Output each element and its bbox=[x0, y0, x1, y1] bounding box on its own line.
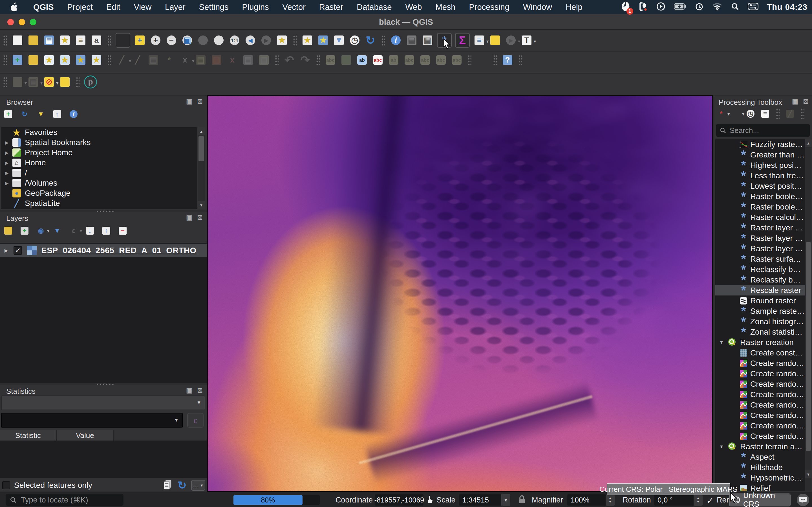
new-geopackage-layer-icon[interactable]: ★ bbox=[59, 54, 71, 66]
vertex-tool-icon[interactable]: x▼ bbox=[179, 54, 191, 66]
cut-features-icon[interactable]: x bbox=[226, 54, 239, 66]
add-selected-layer-icon[interactable]: + bbox=[3, 109, 13, 119]
statistics-float-icon[interactable]: ▣ bbox=[185, 386, 193, 394]
run-feature-action-icon[interactable]: ▤ bbox=[405, 34, 418, 47]
toolbox-algorithm-createconst[interactable]: Create const… bbox=[715, 348, 805, 358]
menu-item-window[interactable]: Window bbox=[516, 3, 559, 12]
expand-icon[interactable]: ▶ bbox=[5, 150, 8, 156]
browser-item-home[interactable]: ▶⌂Home bbox=[1, 158, 197, 168]
render-checkbox[interactable]: ✓ bbox=[707, 496, 714, 506]
capture-icon[interactable] bbox=[639, 2, 648, 12]
zoom-to-layer-icon[interactable] bbox=[213, 34, 225, 47]
control-center-icon[interactable] bbox=[748, 3, 758, 11]
collapse-all-layers-icon[interactable]: ↑ bbox=[101, 225, 112, 236]
toolbox-algorithm-reclassifyb[interactable]: *Reclassify b… bbox=[715, 264, 805, 275]
magnifier-spinbox[interactable]: 100% ▲▼ bbox=[567, 494, 615, 506]
browser-item-spatialite[interactable]: ╱SpatiaLite bbox=[1, 198, 197, 209]
toolbox-algorithm-rasterlayer[interactable]: *Raster layer … bbox=[715, 223, 805, 233]
browser-item-favorites[interactable]: ★Favorites bbox=[1, 127, 197, 137]
scale-select[interactable]: 1:34515 ▼ bbox=[459, 494, 510, 506]
browser-properties-icon[interactable]: i bbox=[68, 109, 79, 119]
pin-labels-icon[interactable]: ab bbox=[356, 54, 368, 66]
toolbox-algorithm-lowestposit[interactable]: *Lowest posit… bbox=[715, 181, 805, 191]
new-shapefile-layer-icon[interactable]: ★ bbox=[43, 54, 55, 66]
new-virtual-layer-icon[interactable]: ★ bbox=[90, 54, 103, 66]
toolbox-algorithm-lessthanfre[interactable]: *Less than fre… bbox=[715, 170, 805, 181]
collapse-icon[interactable]: ▼ bbox=[719, 340, 724, 345]
refresh-statistics-icon[interactable]: ↻ bbox=[177, 479, 187, 492]
rotation-spinbox[interactable]: 0,0 ° ▲▼ bbox=[654, 494, 703, 506]
toolbox-float-icon[interactable]: ▣ bbox=[791, 98, 799, 105]
new-3d-map-view-icon[interactable]: ★ bbox=[301, 34, 313, 47]
time-machine-icon[interactable] bbox=[695, 2, 704, 12]
copy-features-icon[interactable]: ▤ bbox=[242, 54, 254, 66]
refresh-map-icon[interactable]: ↻ bbox=[364, 34, 377, 47]
paste-features-icon[interactable]: ▤ bbox=[258, 54, 270, 66]
wifi-icon[interactable] bbox=[712, 3, 722, 11]
open-attribute-table-icon[interactable]: ▤▼ bbox=[27, 76, 40, 88]
toolbox-edit-inplace-icon[interactable]: ╱ bbox=[784, 108, 795, 119]
toolbox-python-icon[interactable]: ▼ bbox=[730, 108, 741, 119]
refresh-browser-icon[interactable]: ↻ bbox=[19, 109, 30, 119]
digitize-with-segment-icon[interactable]: * bbox=[163, 54, 175, 66]
play-icon[interactable] bbox=[656, 2, 665, 12]
add-group-icon[interactable]: + bbox=[19, 225, 30, 236]
toolbox-algorithm-aspect[interactable]: *Aspect bbox=[715, 452, 805, 462]
toolbox-algorithm-rasterboole[interactable]: *Raster boole… bbox=[715, 202, 805, 212]
filter-browser-icon[interactable]: ▼ bbox=[36, 109, 46, 119]
magnifier-spin-arrows[interactable]: ▲▼ bbox=[606, 494, 615, 506]
browser-item-volumes[interactable]: ▶/Volumes bbox=[1, 178, 197, 188]
map-canvas[interactable] bbox=[208, 96, 712, 491]
toolbox-options-icon[interactable]: / bbox=[809, 108, 812, 119]
browser-item-spatialbookmarks[interactable]: ▶Spatial Bookmarks bbox=[1, 137, 197, 148]
toolbox-algorithm-rasterlayer[interactable]: *Raster layer … bbox=[715, 233, 805, 243]
toolbox-algorithm-sampleraste[interactable]: *Sample raste… bbox=[715, 306, 805, 316]
show-spatial-bookmarks-icon[interactable]: ▼ bbox=[333, 34, 345, 47]
zoom-native-icon[interactable]: 1:1 bbox=[229, 34, 241, 47]
toolbox-models-icon[interactable]: *▼ bbox=[716, 108, 726, 119]
scale-dropdown-icon[interactable]: ▼ bbox=[501, 494, 510, 506]
new-spatialite-layer-icon[interactable]: ★ bbox=[74, 54, 87, 66]
toolbox-algorithm-createrando[interactable]: Create rando… bbox=[715, 431, 805, 441]
layer-name[interactable]: ESP_026404_2565_RED_A_01_ORTHO bbox=[41, 246, 196, 255]
toolbox-algorithm-zonalstatisti[interactable]: *Zonal statisti… bbox=[715, 327, 805, 337]
zoom-last-icon[interactable]: ◀ bbox=[244, 34, 257, 47]
menu-item-vector[interactable]: Vector bbox=[276, 3, 312, 12]
new-project-icon[interactable] bbox=[11, 34, 24, 47]
toolbox-algorithm-createrando[interactable]: Create rando… bbox=[715, 379, 805, 389]
save-layer-edits-icon[interactable]: ▤ bbox=[147, 54, 160, 66]
delete-selected-icon[interactable]: ▦ bbox=[210, 54, 223, 66]
browser-float-icon[interactable]: ▣ bbox=[185, 98, 193, 105]
select-by-location-icon[interactable] bbox=[59, 76, 71, 88]
undo-icon[interactable]: ↶ bbox=[283, 54, 296, 66]
expand-icon[interactable]: ▶ bbox=[5, 140, 8, 145]
expand-icon[interactable]: ▶ bbox=[5, 170, 8, 176]
statistics-field-select[interactable]: ▼ bbox=[1, 413, 183, 428]
toolbox-group-rasterterraina[interactable]: ▼Raster terrain a… bbox=[715, 441, 805, 452]
battery-icon[interactable] bbox=[674, 3, 686, 11]
menu-item-plugins[interactable]: Plugins bbox=[235, 3, 275, 12]
help-icon[interactable]: ? bbox=[501, 54, 514, 66]
zoom-to-selection-icon[interactable] bbox=[197, 34, 209, 47]
filter-legend-icon[interactable]: ▼ bbox=[52, 225, 63, 236]
layer-expand-icon[interactable]: ▶ bbox=[4, 248, 8, 253]
deselect-features-icon[interactable]: ⊘▼ bbox=[43, 76, 55, 88]
expand-icon[interactable]: ▶ bbox=[5, 160, 8, 166]
toolbox-algorithm-rescaleraster[interactable]: *Rescale raster bbox=[715, 285, 805, 295]
toolbox-algorithm-createrando[interactable]: Create rando… bbox=[715, 420, 805, 431]
zoom-next-icon[interactable]: ▶ bbox=[260, 34, 272, 47]
select-features-icon[interactable]: ▼ bbox=[11, 76, 24, 88]
layout-manager-icon[interactable]: ≡ bbox=[74, 34, 87, 47]
show-hide-labels-icon[interactable]: abc bbox=[403, 54, 416, 66]
toolbox-algorithm-zonalhistogr[interactable]: *Zonal histogr… bbox=[715, 316, 805, 327]
browser-scrollbar[interactable]: ▲▼ bbox=[198, 127, 205, 209]
apple-icon[interactable] bbox=[11, 2, 19, 12]
statistics-layer-select[interactable]: ▼ bbox=[1, 395, 205, 410]
statistics-column-statistic[interactable]: Statistic bbox=[0, 431, 57, 441]
menu-item-layer[interactable]: Layer bbox=[158, 3, 192, 12]
toolbox-algorithm-roundraster[interactable]: Round raster bbox=[715, 295, 805, 306]
modify-attributes-icon[interactable]: ▤ bbox=[195, 54, 207, 66]
move-label-diagram-icon[interactable]: abc bbox=[419, 54, 432, 66]
data-source-manager-icon[interactable] bbox=[27, 54, 40, 66]
statistics-menu-button[interactable]: …▼ bbox=[191, 480, 205, 491]
